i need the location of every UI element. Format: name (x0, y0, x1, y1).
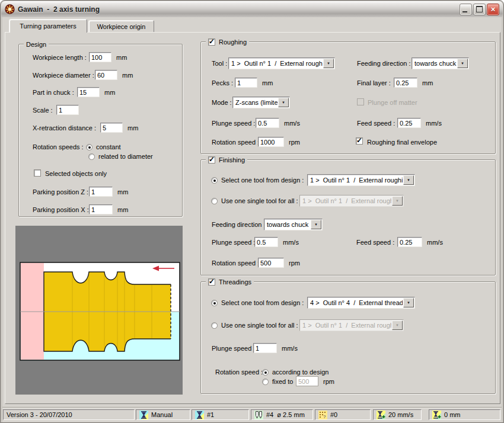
status-speed: 20 mm/s (373, 409, 422, 420)
finishing-plunge-speed-input[interactable] (254, 237, 278, 247)
threadings-single-tool-select: 1 > Outil n° 1 / External roughir ▼ (299, 319, 404, 331)
roughing-plunge-speed-input[interactable] (256, 118, 279, 128)
tab-workpiece-origin[interactable]: Workpiece origin (88, 20, 154, 32)
selected-option: towards chuck (264, 221, 310, 228)
roughing-feed-speed-label: Feed speed : (357, 120, 395, 127)
workpiece-diameter-input[interactable] (95, 70, 117, 80)
parking-z-label: Parking position Z : (33, 188, 88, 196)
finishing-single-tool-label: Use one single tool for all : (221, 197, 298, 204)
selected-option: towards chuck (412, 60, 457, 67)
hourglass-icon (139, 411, 148, 419)
roughing-tool-select[interactable]: 1 > Outil n° 1 / External roughir ▼ (228, 57, 335, 69)
rotation-according-radio[interactable] (262, 369, 269, 376)
tool-bits-icon (254, 411, 263, 419)
finishing-tool-select[interactable]: 1 > Outil n° 1 / External roughir ▼ (307, 174, 415, 186)
finishing-feed-speed-input[interactable] (397, 237, 422, 247)
rotation-constant-radio[interactable] (86, 144, 92, 150)
version-text: Version 3 - 20/07/2010 (7, 411, 72, 418)
finishing-group: Finishing Select one tool from design : … (200, 159, 496, 275)
finishing-group-title: Finishing (219, 156, 245, 164)
design-group: Design Workpiece length : mm Workpiece d… (18, 44, 183, 217)
roughing-group: Roughing Tool : 1 > Outil n° 1 / Externa… (200, 41, 496, 154)
hourglass-plus-icon (377, 411, 385, 419)
maximize-button[interactable] (473, 4, 486, 15)
chevron-down-icon[interactable]: ▼ (311, 220, 321, 229)
finishing-select-tool-label: Select one tool from design : (221, 177, 304, 184)
roughing-rotation-speed-input[interactable] (258, 137, 284, 147)
roughing-feeding-direction-select[interactable]: towards chuck ▼ (412, 57, 469, 69)
x-retraction-label: X-retraction distance : (33, 124, 96, 132)
part-in-chuck-input[interactable] (77, 87, 100, 97)
chevron-down-icon[interactable]: ▼ (323, 59, 334, 68)
finishing-single-tool-radio[interactable] (211, 198, 218, 204)
threadings-single-tool-radio[interactable] (211, 322, 218, 329)
chevron-down-icon[interactable]: ▼ (403, 298, 414, 307)
speed-text: 20 mm/s (388, 411, 413, 418)
workpiece-drawing (15, 226, 183, 395)
parking-z-input[interactable] (89, 187, 113, 197)
parking-x-unit: mm (117, 206, 128, 213)
status-position: 0 mm (429, 409, 500, 420)
rotation-fixed-radio[interactable] (262, 379, 269, 385)
plunge-off-matter-checkbox (357, 98, 364, 105)
rotation-speeds-label: Rotation speeds : (33, 143, 84, 150)
close-button[interactable]: × (487, 4, 499, 15)
minimize-button[interactable] (460, 4, 472, 15)
rotation-fixed-label: fixed to (272, 378, 293, 385)
finishing-enable-checkbox[interactable] (208, 156, 215, 164)
roughing-feed-speed-input[interactable] (397, 118, 421, 128)
threadings-select-tool-radio[interactable] (211, 300, 218, 306)
roughing-final-envelope-checkbox[interactable] (356, 137, 363, 145)
finishing-rotation-speed-label: Rotation speed : (212, 259, 259, 267)
roughing-plunge-speed-label: Plunge speed : (212, 120, 255, 127)
parking-z-unit: mm (117, 188, 128, 196)
chevron-down-icon[interactable]: ▼ (457, 59, 468, 68)
x-retraction-unit: mm (127, 124, 138, 132)
threadings-tool-select[interactable]: 4 > Outil n° 4 / External threadi ▼ (307, 297, 415, 309)
finishing-select-tool-radio[interactable] (211, 177, 218, 184)
rotation-fixed-unit: rpm (323, 378, 334, 385)
chevron-down-icon[interactable]: ▼ (278, 98, 289, 107)
selected-objects-checkbox[interactable] (34, 169, 41, 177)
selected-objects-label: Selected objects only (45, 170, 107, 177)
svg-text:?: ? (323, 414, 326, 419)
status-version: Version 3 - 20/07/2010 (3, 409, 135, 420)
roughing-mode-select[interactable]: Z-scans (limited ▼ (232, 97, 290, 108)
threadings-enable-checkbox[interactable] (208, 278, 215, 286)
tab-label: Workpiece origin (97, 23, 146, 30)
app-gear-icon[interactable] (5, 4, 15, 14)
status-axis: #1 (192, 409, 249, 420)
selected-option: Z-scans (limited (233, 99, 277, 106)
workpiece-length-unit: mm (116, 54, 127, 61)
app-window: Gawain - 2 axis turning × Turning parame… (0, 0, 504, 423)
rotation-related-label: related to diameter (98, 153, 153, 160)
workpiece-length-input[interactable] (89, 52, 111, 62)
rotation-related-radio[interactable] (88, 153, 95, 160)
pecks-input[interactable] (235, 78, 257, 88)
parking-x-input[interactable] (89, 204, 113, 214)
pecks-label: Pecks : (212, 79, 233, 86)
threadings-group-title: Threadings (219, 278, 251, 286)
roughing-feed-speed-unit: mm/s (426, 120, 442, 127)
finishing-feeding-direction-select[interactable]: towards chuck ▼ (264, 219, 323, 230)
title-bar: Gawain - 2 axis turning × (1, 1, 503, 17)
tool-label: Tool : (212, 60, 227, 67)
final-layer-input[interactable] (394, 78, 417, 88)
roughing-plunge-speed-unit: mm/s (284, 120, 300, 127)
minimize-icon (462, 11, 467, 12)
threadings-single-tool-label: Use one single tool for all : (221, 322, 298, 329)
finishing-feed-speed-unit: mm/s (427, 239, 443, 246)
chevron-down-icon[interactable]: ▼ (403, 175, 414, 185)
x-retraction-input[interactable] (100, 123, 123, 133)
selected-option: 1 > Outil n° 1 / External roughir (308, 177, 403, 184)
scale-input[interactable] (56, 105, 79, 115)
roughing-enable-checkbox[interactable] (208, 39, 215, 46)
roughing-final-envelope-label: Roughing final envelope (367, 139, 437, 146)
finishing-rotation-speed-input[interactable] (258, 258, 284, 268)
tab-turning-parameters[interactable]: Turning parameters (9, 19, 87, 33)
dot-grid-icon: ? (318, 411, 327, 419)
finishing-feeding-direction-label: Feeding direction : (212, 221, 266, 228)
position-text: 0 mm (444, 411, 461, 418)
workpiece-text: #0 (330, 411, 337, 418)
threadings-plunge-speed-input[interactable] (253, 343, 277, 353)
